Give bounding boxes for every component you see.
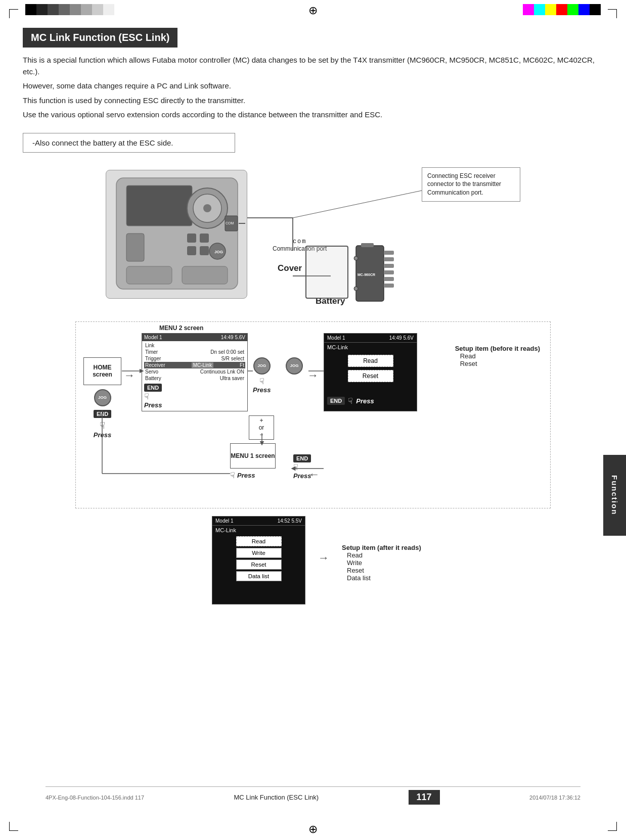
mclink-before-press-icon: ☟: [348, 396, 353, 406]
svg-text:MC-960CR: MC-960CR: [357, 273, 375, 276]
svg-rect-27: [384, 284, 394, 288]
gray-swatch: [103, 4, 114, 15]
esc-device: MC-960CR: [353, 243, 396, 309]
menu2-press-label: Press: [144, 401, 162, 409]
menu2-model: Model 1: [144, 335, 162, 340]
page-footer: 4PX-Eng-08-Function-104-156.indd 117 MC …: [46, 786, 580, 805]
color-swatch: [534, 4, 545, 15]
gray-swatch: [70, 4, 81, 15]
svg-rect-6: [187, 234, 196, 243]
color-bar: [523, 4, 601, 15]
corner-mark-tr: [608, 9, 617, 18]
com-text: com: [273, 238, 327, 245]
menu1-press-icon2: ☟: [293, 462, 311, 472]
page-title: MC Link Function (ESC Link): [23, 28, 177, 48]
menu2-rows: Link TimerDn sel 0:00 set TriggerS/R sel…: [142, 341, 247, 383]
mclink-before-press-label: Press: [356, 397, 374, 405]
flow-main: MENU 2 screen HOME screen JOG END: [75, 321, 551, 508]
mclink-before-header: Model 1 14:49 5.6V: [324, 334, 417, 343]
setup-after-reset: Reset: [347, 567, 421, 574]
mclink-after-time: 14:52 5.5V: [278, 518, 302, 524]
crosshair-top: ⊕: [308, 4, 318, 17]
note-text: -Also connect the battery at the ESC sid…: [32, 138, 173, 147]
mclink-after-read-btn[interactable]: Read: [236, 536, 282, 546]
mclink-after-title: MC-Link: [212, 526, 305, 535]
menu1-press-label2: Press: [293, 472, 311, 480]
setup-after-title: Setup item (after it reads): [342, 544, 421, 551]
svg-text:JOG: JOG: [214, 250, 223, 254]
gray-swatch: [25, 4, 36, 15]
battery-box: [305, 246, 348, 299]
menu1-press-label: Press: [237, 472, 255, 479]
gray-swatch: [36, 4, 48, 15]
setup-after-area: Setup item (after it reads) Read Write R…: [342, 544, 421, 582]
mclink-after-model: Model 1: [215, 518, 234, 524]
flow-container: MENU 2 screen HOME screen JOG END: [75, 321, 551, 604]
body-text-2: However, some data changes require a PC …: [23, 80, 603, 92]
home-jog-wheel: JOG: [94, 389, 111, 406]
home-press-icon: ☟: [100, 420, 105, 431]
svg-rect-26: [384, 277, 394, 281]
svg-text:COM: COM: [226, 221, 234, 225]
file-info-left: 4PX-Eng-08-Function-104-156.indd 117: [46, 795, 144, 801]
home-screen-box: HOME screen JOG END ☟ Press: [83, 357, 121, 439]
menu2-end-area: END ☟ Press: [144, 383, 162, 409]
menu2-screen: Model 1 14:49 5.6V Link TimerDn sel 0:00…: [142, 333, 248, 411]
after-read-arrow: →: [318, 551, 329, 565]
jog-wheel-2: JOG: [253, 357, 271, 375]
transmitter-image: JOG COM: [106, 170, 247, 299]
mclink-jog-area: JOG: [286, 357, 303, 375]
color-swatch: [556, 4, 567, 15]
body-paragraph-1: This is a special function which allows …: [23, 55, 603, 77]
menu1-end-area: END ☟ Press: [293, 453, 311, 480]
mclink-after-datalist-btn[interactable]: Data list: [236, 571, 282, 581]
main-content: MC Link Function (ESC Link) This is a sp…: [23, 28, 603, 820]
svg-line-20: [293, 190, 424, 218]
svg-rect-7: [200, 234, 209, 243]
svg-rect-24: [384, 264, 394, 268]
gray-swatch: [59, 4, 70, 15]
minus-label: −: [252, 431, 271, 438]
callout-box: Connecting ESC receiver connector to the…: [422, 167, 520, 202]
corner-mark-tl: [9, 9, 18, 18]
menu2-row-trigger: TriggerS/R select: [144, 355, 245, 362]
gray-swatch: [48, 4, 59, 15]
menu2-time: 14:49 5.6V: [221, 335, 245, 340]
body-text-4: Use the various optional servo extension…: [23, 109, 603, 121]
svg-rect-1: [126, 185, 192, 226]
setup-before-reset: Reset: [460, 360, 540, 367]
home-end-area: END: [94, 409, 111, 418]
svg-point-31: [354, 287, 358, 291]
callout-text: Connecting ESC receiver connector to the…: [427, 172, 501, 197]
file-info-right: 2014/07/18 17:36:12: [529, 795, 580, 801]
setup-before-read: Read: [460, 352, 540, 360]
color-swatch: [567, 4, 578, 15]
function-tab-label: Function: [610, 475, 619, 515]
mclink-before-title: MC-Link: [324, 343, 417, 352]
mclink-after-header: Model 1 14:52 5.5V: [212, 517, 305, 526]
mclink-after-write-btn[interactable]: Write: [236, 548, 282, 558]
corner-mark-br: [608, 822, 617, 831]
transmitter-svg: JOG COM: [106, 170, 247, 299]
setup-before-title: Setup item (before it reads): [455, 345, 540, 352]
menu2-press-icon: ☟: [144, 392, 162, 401]
crosshair-bottom: ⊕: [308, 823, 318, 836]
gray-bar: [25, 4, 125, 15]
mclink-before-read-btn[interactable]: Read: [348, 355, 393, 367]
menu1-area: MENU 1 screen ☟ Press: [230, 443, 276, 480]
body-paragraph-3: This function is used by connecting ESC …: [23, 95, 603, 107]
menu1-press-area: ☟ Press: [230, 471, 276, 480]
gray-swatch: [92, 4, 103, 15]
mclink-before-reset-btn[interactable]: Reset: [348, 370, 393, 382]
note-box: -Also connect the battery at the ESC sid…: [23, 133, 235, 153]
cover-label: Cover: [278, 263, 302, 273]
color-swatch: [523, 4, 534, 15]
bottom-section: Model 1 14:52 5.5V MC-Link Read Write Re…: [75, 516, 551, 604]
page-number: 117: [409, 790, 440, 805]
home-to-menu2-arrow: →: [124, 369, 135, 382]
home-label-1: HOME: [94, 364, 112, 371]
mclink-after-reset-btn[interactable]: Reset: [236, 559, 282, 570]
menu1-press-icon: ☟: [230, 471, 235, 480]
top-diagram: JOG COM com Communicat: [106, 165, 520, 316]
menu2-row-timer: TimerDn sel 0:00 set: [144, 349, 245, 355]
